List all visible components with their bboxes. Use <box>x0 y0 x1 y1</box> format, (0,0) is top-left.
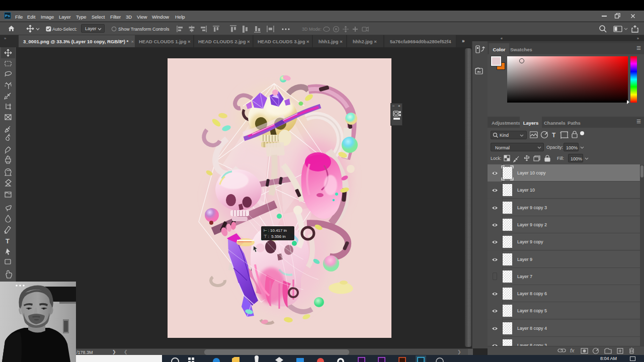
svg-text:3D Mode:: 3D Mode: <box>302 27 321 32</box>
svg-text:T: T <box>6 237 10 245</box>
svg-text:T: T <box>552 132 556 139</box>
svg-text:⊢ : 10.417 in: ⊢ : 10.417 in <box>264 228 287 233</box>
svg-text:⊤ : 5.556 in: ⊤ : 5.556 in <box>264 234 286 239</box>
svg-text:fx: fx <box>570 347 575 353</box>
